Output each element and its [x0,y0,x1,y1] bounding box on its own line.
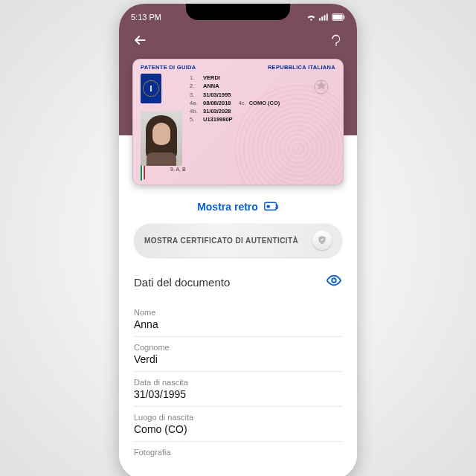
field-cognome: Cognome Verdi [134,337,342,372]
hero-area: PATENTE DI GUIDA REPUBBLICA ITALIANA I [119,59,357,135]
field-label: Cognome [134,343,342,352]
svg-rect-3 [327,13,328,20]
back-button[interactable] [132,33,147,52]
svg-rect-8 [265,202,277,210]
shield-check-icon [317,235,327,245]
toggle-visibility-button[interactable] [326,272,342,292]
section-title: Dati del documento [134,276,230,289]
signal-icon [319,13,329,21]
svg-rect-6 [344,16,344,19]
field-data-nascita: Data di nascita 31/03/1995 [134,372,342,407]
question-icon [329,33,344,48]
license-card-wrap: PATENTE DI GUIDA REPUBBLICA ITALIANA I [132,59,344,185]
svg-rect-9 [266,205,269,208]
license-title-left: PATENTE DI GUIDA [141,64,196,71]
field-luogo-nascita: Luogo di nascita Como (CO) [134,407,342,442]
app-bar [119,26,357,59]
field-label: Data di nascita [134,378,342,387]
help-button[interactable] [329,33,344,52]
field-value: Como (CO) [134,423,342,435]
field-label: Nome [134,308,342,317]
section-header: Dati del documento [134,272,342,292]
shield-badge [312,231,332,250]
notch [186,4,290,20]
field-value: Verdi [134,353,342,365]
status-time: 5:13 PM [131,13,161,22]
license-photo [141,111,182,166]
svg-rect-0 [319,18,321,20]
svg-rect-5 [332,15,342,20]
svg-point-10 [332,278,336,283]
cert-label: MOSTRA CERTIFICATO DI AUTENTICITÀ [144,237,298,245]
battery-icon [332,13,345,21]
license-header: PATENTE DI GUIDA REPUBBLICA ITALIANA [133,60,343,72]
status-icons [306,13,345,21]
field-value: 31/03/1995 [134,388,342,400]
eu-letter: I [149,84,152,93]
license-title-right: REPUBBLICA ITALIANA [268,64,335,71]
field-fotografia: Fotografia [134,442,342,464]
svg-rect-1 [321,16,323,20]
license-fields: 1.VERDI 2.ANNA 3.31/03/1995 4a.08/08/201… [190,74,280,166]
field-label: Fotografia [134,448,342,457]
eye-icon [326,272,342,289]
show-back-button[interactable]: Mostra retro [134,201,342,213]
svg-rect-2 [324,15,326,20]
show-back-label: Mostra retro [197,201,258,213]
show-certificate-button[interactable]: MOSTRA CERTIFICATO DI AUTENTICITÀ [134,223,342,257]
eu-flag: I [141,74,161,103]
wifi-icon [306,13,316,21]
field-value: Anna [134,318,342,330]
phone-frame: 5:13 PM PATENTE DI GUIDA REPUBBLICA ITAL… [119,4,357,476]
field-label: Luogo di nascita [134,413,342,422]
license-card[interactable]: PATENTE DI GUIDA REPUBBLICA ITALIANA I [132,59,344,185]
field-nome: Nome Anna [134,302,342,337]
flip-card-icon [264,202,279,212]
arrow-left-icon [132,33,147,48]
